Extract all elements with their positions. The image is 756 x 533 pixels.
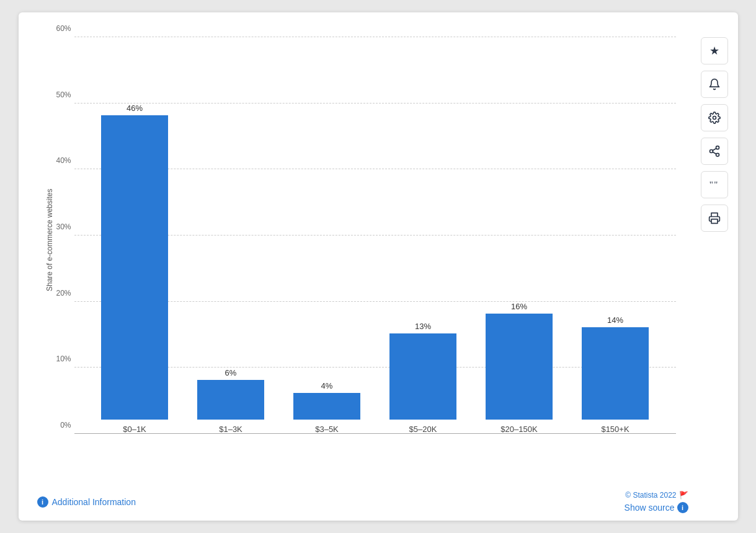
sidebar-icons: ★ " " [701, 37, 728, 232]
svg-point-0 [713, 117, 716, 120]
footer: i Additional Information © Statista 2022… [37, 491, 688, 513]
chart-area: Share of e-commerce websites 0%10%20%30%… [37, 31, 676, 465]
bar-value-label: 13% [415, 322, 431, 331]
bar [101, 115, 169, 420]
print-button[interactable] [701, 205, 728, 232]
footer-right: © Statista 2022 🚩 Show source i [625, 491, 688, 513]
bar-group: 14%$150+K [567, 37, 664, 434]
bar [293, 393, 361, 420]
bar-x-label: $3–5K [315, 425, 339, 434]
svg-text:": " [714, 180, 718, 190]
chart-inner: 0%10%20%30%40%50%60% 46%$0–1K6%$1–3K4%$3… [74, 37, 676, 434]
share-button[interactable] [701, 138, 728, 165]
additional-info-button[interactable]: i Additional Information [37, 496, 136, 508]
y-axis-tick-label: 40% [47, 156, 71, 165]
bar [389, 333, 457, 420]
y-axis-tick-label: 60% [47, 24, 71, 33]
bar-value-label: 14% [607, 315, 623, 325]
y-axis-tick-label: 30% [47, 222, 71, 231]
settings-button[interactable] [701, 104, 728, 131]
info-icon: i [37, 496, 48, 508]
bar-group: 13%$5–20K [375, 37, 471, 434]
bell-button[interactable] [701, 71, 728, 98]
chart-card: ★ " " [19, 12, 738, 521]
y-axis-tick-label: 0% [47, 421, 71, 429]
flag-icon: 🚩 [679, 491, 688, 500]
bar-value-label: 4% [321, 381, 333, 390]
bar-group: 4%$3–5K [279, 37, 375, 434]
bar-x-label: $5–20K [409, 425, 437, 434]
svg-line-5 [713, 148, 716, 150]
bar-group: 16%$20–150K [471, 37, 567, 434]
y-axis-tick-label: 50% [47, 90, 71, 99]
source-info-icon: i [677, 502, 688, 513]
bar-value-label: 16% [511, 302, 527, 311]
y-axis-tick-label: 10% [47, 355, 71, 363]
bar-value-label: 46% [127, 104, 143, 113]
additional-info-label: Additional Information [52, 497, 136, 507]
statista-credit: © Statista 2022 🚩 [625, 491, 688, 500]
bar [486, 314, 553, 420]
bar-group: 6%$1–3K [183, 37, 279, 434]
bar [197, 380, 265, 420]
svg-rect-8 [711, 219, 718, 224]
bar [582, 327, 649, 420]
bar-value-label: 6% [225, 368, 237, 377]
quote-button[interactable]: " " [701, 171, 728, 198]
bar-x-label: $20–150K [500, 425, 537, 434]
bars-container: 46%$0–1K6%$1–3K4%$3–5K13%$5–20K16%$20–15… [74, 37, 676, 434]
bar-group: 46%$0–1K [87, 37, 183, 434]
x-axis-line [74, 433, 676, 434]
show-source-button[interactable]: Show source i [625, 502, 688, 513]
y-axis-label: Share of e-commerce websites [45, 205, 54, 291]
y-axis-tick-label: 20% [47, 289, 71, 297]
star-button[interactable]: ★ [701, 37, 728, 64]
bar-x-label: $1–3K [219, 425, 242, 434]
bar-x-label: $0–1K [123, 425, 146, 434]
svg-text:": " [709, 180, 713, 190]
bar-x-label: $150+K [601, 425, 629, 434]
svg-line-4 [713, 152, 716, 154]
